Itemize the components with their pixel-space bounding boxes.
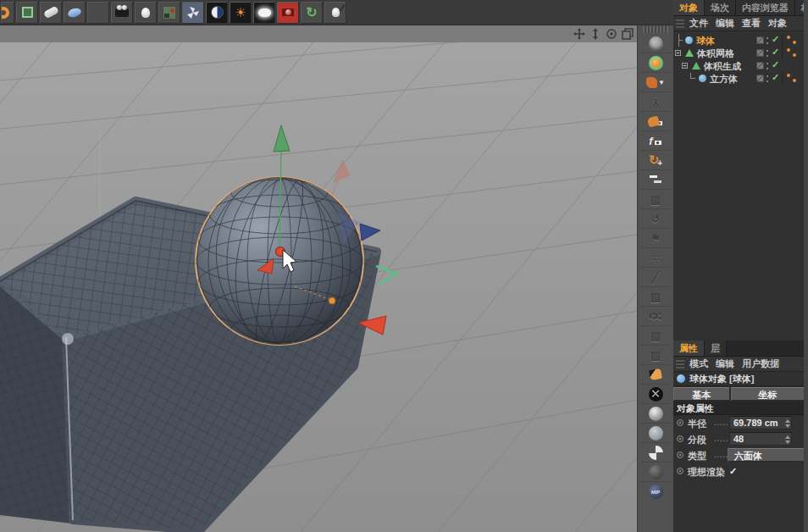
state-dot-icon[interactable] [787, 36, 790, 39]
state-dot-icon[interactable] [787, 48, 790, 52]
attribute-section-tabs: 基本 坐标 [673, 386, 804, 402]
layer-icon[interactable] [756, 75, 764, 82]
menu-file[interactable]: 文件 [689, 17, 708, 30]
mesh-reduce-icon[interactable]: ▼ [640, 73, 671, 92]
menu-edit[interactable]: 编辑 [716, 17, 734, 30]
expand-box-icon[interactable] [682, 63, 688, 69]
state-dot-icon[interactable] [793, 79, 796, 82]
state-dot-icon[interactable] [793, 53, 796, 57]
open-cube-icon[interactable]: ▨ [640, 346, 671, 365]
knife-icon[interactable]: ╱ [640, 268, 671, 287]
stage-icon[interactable] [158, 2, 180, 24]
fcurve-eye-icon[interactable]: f [640, 131, 671, 151]
enabled-check-icon[interactable]: ✓ [772, 72, 779, 83]
menu-edit2[interactable]: 编辑 [716, 357, 734, 370]
cube-gray-icon[interactable]: ▧ [640, 190, 671, 209]
menu-view[interactable]: 查看 [742, 17, 761, 30]
dolly-icon[interactable] [589, 27, 601, 40]
reset-psr-icon[interactable]: ↻ + [640, 151, 671, 170]
expand-box-icon[interactable] [675, 50, 681, 56]
mip-sphere-icon[interactable]: MIP [640, 482, 671, 502]
sun-light-icon[interactable]: ☀ [230, 2, 252, 24]
enabled-check-icon[interactable]: ✓ [772, 34, 779, 45]
state-dot-icon[interactable] [787, 74, 790, 77]
enabled-check-icon[interactable]: ✓ [772, 59, 779, 70]
tree-row-cube[interactable]: 立方体 ✓ [673, 72, 804, 85]
cube3-gray-icon[interactable]: ▧ [640, 326, 671, 346]
panel-scrollbar[interactable] [804, 0, 808, 532]
sliders-icon[interactable]: ⑆⑆ [640, 307, 671, 326]
visibility-dots-icon[interactable] [766, 63, 769, 69]
tree-row-sphere[interactable]: 球体 ✓ [673, 34, 804, 47]
dark-sphere-icon[interactable] [640, 463, 671, 482]
sweep-capsule-icon[interactable] [40, 2, 62, 24]
stepper-icon[interactable] [784, 435, 790, 444]
tab-objects[interactable]: 对象 [673, 0, 705, 15]
light-icon[interactable] [135, 2, 157, 24]
radius-input[interactable]: 69.789 cm [729, 416, 792, 429]
checker-sphere-icon[interactable] [640, 443, 671, 463]
property-circle-icon[interactable] [677, 419, 683, 426]
visibility-dots-icon[interactable] [766, 50, 769, 57]
notes-icon[interactable] [640, 170, 671, 190]
dots-icon[interactable]: ∴∵ [640, 248, 671, 268]
render-perfect-checkbox[interactable]: ✓ [729, 466, 739, 475]
make-editable-icon[interactable] [16, 2, 38, 24]
swap-icon[interactable]: ⤬ [640, 385, 671, 404]
tree-row-volume-builder[interactable]: 体积生成 ✓ [673, 59, 804, 72]
sphere-object-icon [685, 36, 693, 44]
floor-grid-icon[interactable] [87, 2, 109, 24]
glass-sphere-icon[interactable] [640, 424, 671, 443]
rotate-icon[interactable] [605, 27, 617, 40]
visibility-dots-icon[interactable] [766, 75, 769, 82]
toggle-view-icon[interactable] [621, 27, 634, 40]
type-dropdown[interactable]: 六面体 [728, 448, 805, 462]
volume-sphere-icon[interactable] [640, 53, 671, 73]
stepper-icon[interactable] [784, 419, 790, 428]
layer-icon[interactable] [756, 36, 764, 44]
joint-icon[interactable]: Y [640, 92, 671, 112]
property-circle-icon[interactable] [677, 435, 683, 442]
spline-pen-icon[interactable] [640, 365, 671, 385]
layer-icon[interactable] [756, 62, 764, 69]
flag-icon[interactable]: ⚑ [640, 229, 671, 248]
pan-icon[interactable] [573, 27, 585, 40]
object-manager-menubar: 文件 编辑 查看 对象 [673, 16, 808, 31]
camera-icon[interactable] [111, 2, 133, 24]
object-properties-header: 对象属性 [673, 402, 804, 415]
tab-content-browser[interactable]: 内容浏览器 [736, 0, 795, 15]
cube2-gray-icon[interactable]: ▧ [640, 287, 671, 307]
menu-object[interactable]: 对象 [768, 17, 787, 30]
render-view-icon[interactable] [277, 2, 299, 24]
viewport-3d[interactable] [0, 25, 637, 532]
enabled-check-icon[interactable]: ✓ [772, 47, 779, 58]
visibility-dots-icon[interactable] [766, 37, 769, 44]
sky-icon[interactable] [253, 2, 275, 24]
render-settings-icon[interactable]: ↻ [301, 2, 323, 24]
wire-sphere-icon[interactable] [640, 34, 671, 53]
motor-fan-icon[interactable] [182, 2, 204, 24]
tab-layers[interactable]: 层 [705, 341, 727, 356]
menu-mode[interactable]: 模式 [689, 357, 708, 370]
tab-basic[interactable]: 基本 [673, 387, 729, 401]
toolbar-grip[interactable] [643, 26, 668, 33]
contrast-sphere-icon[interactable] [206, 2, 228, 24]
state-dot-icon[interactable] [793, 41, 796, 44]
tab-takes[interactable]: 场次 [705, 0, 736, 15]
disc-icon[interactable] [64, 2, 86, 24]
property-row-segments: 分段 ..... 48 [673, 431, 804, 447]
hand-eye-icon[interactable] [640, 112, 671, 131]
shiny-sphere-icon[interactable] [640, 404, 671, 424]
volume-builder-icon [692, 62, 700, 69]
tree-row-volume-mesh[interactable]: 体积网格 ✓ [673, 47, 804, 59]
tab-attributes[interactable]: 属性 [673, 341, 705, 356]
property-circle-icon[interactable] [677, 468, 683, 474]
layer-icon[interactable] [756, 49, 764, 57]
partial-tool-icon[interactable] [1, 2, 14, 24]
light-wand-icon[interactable] [324, 2, 346, 24]
recycle-icon[interactable]: ↺ [640, 209, 671, 229]
segments-input[interactable]: 48 [729, 432, 792, 446]
menu-user-data[interactable]: 用户数据 [742, 357, 779, 370]
property-circle-icon[interactable] [677, 452, 683, 458]
tab-coordinates[interactable]: 坐标 [731, 387, 804, 401]
